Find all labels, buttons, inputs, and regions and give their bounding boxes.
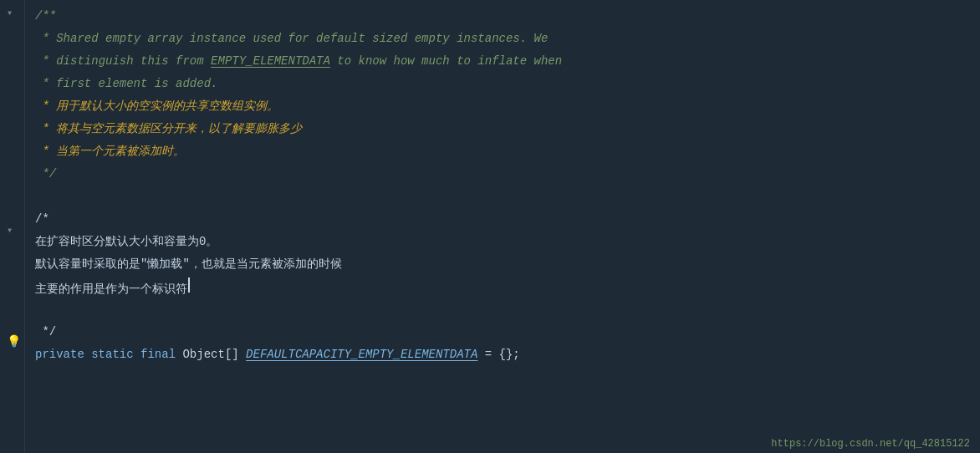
chinese-comment-3: * 当第一个元素被添加时。 — [35, 142, 185, 161]
space-3 — [176, 345, 182, 364]
plain-text-3: 主要的作用是作为一个标识符 — [35, 280, 187, 299]
comment-instances: instances — [457, 29, 520, 48]
line-chinese-1: * 用于默认大小的空实例的共享空数组实例。 — [25, 97, 980, 120]
keyword-private: private — [35, 345, 84, 364]
bulb-icon[interactable]: 💡 — [7, 334, 18, 346]
assign-value: = {}; — [477, 345, 519, 364]
comment-period-1: . We — [520, 29, 549, 48]
comment-body-1: Shared empty array — [56, 29, 190, 48]
plain-text-2: 默认容量时采取的是"懒加载"，也就是当元素被添加的时候 — [35, 255, 342, 274]
line-plain-2: 默认容量时采取的是"懒加载"，也就是当元素被添加的时候 — [25, 255, 980, 277]
line-comment-close-1: */ — [25, 165, 980, 187]
comment-from: from — [176, 52, 211, 71]
plain-text-1: 在扩容时区分默认大小和容量为0。 — [35, 232, 217, 252]
line-plain-3: 主要的作用是作为一个标识符 — [25, 277, 980, 300]
line-code: private static final Object[] DEFAULTCAP… — [25, 345, 980, 368]
line-chinese-2: * 将其与空元素数据区分开来，以了解要膨胀多少 — [25, 120, 980, 142]
gutter: ▾ ▾ 💡 — [0, 0, 25, 453]
space-2 — [134, 345, 140, 364]
chinese-comment-1: * 用于默认大小的空实例的共享空数组实例。 — [35, 97, 278, 116]
keyword-final: final — [140, 345, 176, 364]
line-comment-2: * distinguish this from EMPTY_ELEMENTDAT… — [25, 52, 980, 74]
identifier-defaultcapacity: DEFAULTCAPACITY_EMPTY_ELEMENTDATA — [246, 345, 477, 364]
type-object: Object[] — [182, 345, 238, 364]
line-comment-open-2: /* — [25, 210, 980, 232]
line-blank-2 — [25, 300, 980, 323]
line-comment-close-2: */ — [25, 323, 980, 345]
comment-star-3: * first element is added. — [35, 74, 217, 94]
editor-container: ▾ ▾ 💡 /** * Shared empty array instance … — [0, 0, 980, 453]
comment-close-2: */ — [35, 323, 56, 342]
line-blank-1 — [25, 187, 980, 210]
code-content: /** * Shared empty array instance used f… — [25, 0, 980, 374]
comment-body-1b: used for default sized empty — [246, 29, 457, 48]
comment-to: to know how much to inflate — [330, 52, 534, 71]
space-1 — [84, 345, 91, 364]
line-comment-1: * Shared empty array instance used for d… — [25, 29, 980, 52]
keyword-static: static — [91, 345, 133, 364]
fold-icon-top[interactable]: ▾ — [7, 7, 18, 18]
comment-distinguish: distinguish — [56, 52, 140, 71]
url-bar: https://blog.csdn.net/qq_42815122 — [761, 435, 980, 453]
line-comment-3: * first element is added. — [25, 74, 980, 97]
comment-star-1: * — [35, 29, 56, 48]
url-text: https://blog.csdn.net/qq_42815122 — [771, 438, 970, 450]
comment-this: this — [140, 52, 176, 71]
comment-empty-elementdata: EMPTY_ELEMENTDATA — [211, 52, 330, 71]
comment-when: when — [534, 52, 563, 71]
chinese-comment-2: * 将其与空元素数据区分开来，以了解要膨胀多少 — [35, 120, 302, 139]
comment-star-2: * — [35, 52, 56, 71]
comment-instance: instance — [190, 29, 246, 48]
line-chinese-3: * 当第一个元素被添加时。 — [25, 142, 980, 165]
comment-open-slash: /** — [35, 7, 56, 26]
text-cursor — [188, 277, 190, 293]
line-comment-open: /** — [25, 7, 980, 29]
fold-icon-bottom[interactable]: ▾ — [7, 224, 18, 236]
comment-open-2: /* — [35, 210, 49, 229]
line-plain-1: 在扩容时区分默认大小和容量为0。 — [25, 232, 980, 255]
space-4 — [239, 345, 246, 364]
comment-close-1: */ — [35, 165, 56, 184]
